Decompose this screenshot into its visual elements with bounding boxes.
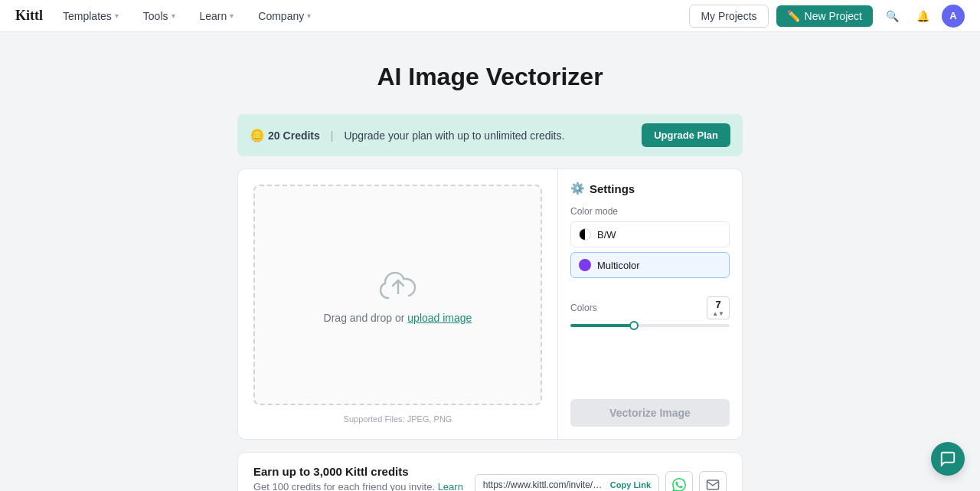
nav-templates[interactable]: Templates ▾ xyxy=(58,7,123,25)
nav-company[interactable]: Company ▾ xyxy=(253,7,315,25)
nav-tools-label: Tools xyxy=(143,10,168,22)
nav-templates-label: Templates xyxy=(63,10,112,22)
colors-row: Colors 7 ▲▼ xyxy=(570,296,730,319)
chevron-down-icon: ▾ xyxy=(172,11,175,20)
supported-files-text: Supported Files: JPEG, PNG xyxy=(344,414,452,424)
copy-link-button[interactable]: Copy Link xyxy=(610,480,651,489)
bottom-left: Earn up to 3,000 Kittl credits Get 100 c… xyxy=(253,465,475,491)
invite-url: https://www.kittl.com/invite/alecwu xyxy=(483,480,606,490)
color-mode-section: Color mode B/W Multicolor xyxy=(570,206,730,283)
chat-fab-button[interactable] xyxy=(931,442,965,476)
upload-link[interactable]: upload image xyxy=(407,312,472,324)
color-mode-label: Color mode xyxy=(570,206,730,217)
avatar[interactable]: A xyxy=(942,5,965,28)
colors-arrows[interactable]: ▲▼ xyxy=(712,310,724,317)
my-projects-button[interactable]: My Projects xyxy=(689,5,768,28)
upload-dropzone[interactable]: Drag and drop or upload image xyxy=(253,185,542,405)
bottom-title: Earn up to 3,000 Kittl credits xyxy=(253,465,475,478)
chevron-down-icon: ▾ xyxy=(115,11,119,20)
page-title: AI Image Vectorizer xyxy=(237,63,743,91)
bottom-sub: Get 100 credits for each friend you invi… xyxy=(253,481,475,491)
credits-count: 20 xyxy=(268,129,280,142)
colors-slider-track[interactable] xyxy=(570,324,730,327)
bw-icon xyxy=(579,228,591,241)
multicolor-mode-option[interactable]: Multicolor xyxy=(570,252,730,278)
credits-badge: 🪙 20 Credits xyxy=(250,128,320,142)
bottom-right: https://www.kittl.com/invite/alecwu Copy… xyxy=(475,471,727,492)
search-button[interactable]: 🔍 xyxy=(880,5,903,28)
settings-title: ⚙️ Settings xyxy=(570,182,730,195)
colors-slider-thumb[interactable] xyxy=(629,321,639,330)
credits-info: 🪙 20 Credits | Upgrade your plan with up… xyxy=(250,128,564,142)
colors-section: Colors 7 ▲▼ xyxy=(570,293,730,327)
navbar-right: My Projects ✏️ New Project 🔍 🔔 A xyxy=(689,5,965,28)
chevron-down-icon: ▾ xyxy=(307,11,311,20)
upload-panel: Drag and drop or upload image Supported … xyxy=(238,169,558,439)
settings-title-text: Settings xyxy=(590,182,635,195)
bottom-banner: Earn up to 3,000 Kittl credits Get 100 c… xyxy=(237,452,743,491)
credits-label: Credits xyxy=(283,129,320,142)
upgrade-plan-button[interactable]: Upgrade Plan xyxy=(642,123,730,147)
invite-link-box: https://www.kittl.com/invite/alecwu Copy… xyxy=(475,474,659,492)
credits-icon: 🪙 xyxy=(250,128,265,142)
nav-company-label: Company xyxy=(258,10,304,22)
tool-area: Drag and drop or upload image Supported … xyxy=(237,169,743,440)
credits-banner: 🪙 20 Credits | Upgrade your plan with up… xyxy=(237,114,743,156)
vectorize-button[interactable]: Vectorize Image xyxy=(570,399,730,427)
upload-icon xyxy=(375,267,421,312)
colors-value: 7 xyxy=(715,299,720,310)
colors-stepper[interactable]: 7 ▲▼ xyxy=(707,296,730,319)
whatsapp-share-button[interactable] xyxy=(665,471,693,492)
upload-text: Drag and drop or upload image xyxy=(324,312,472,324)
credits-message: Upgrade your plan with up to unlimited c… xyxy=(344,129,564,142)
bw-mode-option[interactable]: B/W xyxy=(570,221,730,247)
new-project-icon: ✏️ xyxy=(787,10,800,22)
settings-icon: ⚙️ xyxy=(570,182,585,195)
bw-label: B/W xyxy=(597,229,616,241)
settings-panel: ⚙️ Settings Color mode B/W Multicolor Co… xyxy=(558,169,742,439)
notifications-button[interactable]: 🔔 xyxy=(911,5,934,28)
chevron-down-icon: ▾ xyxy=(230,11,234,20)
email-share-button[interactable] xyxy=(699,471,727,492)
colors-slider-fill xyxy=(570,324,634,327)
divider: | xyxy=(331,129,334,142)
colors-label: Colors xyxy=(570,303,597,313)
main-content: AI Image Vectorizer 🪙 20 Credits | Upgra… xyxy=(222,32,758,491)
new-project-label: New Project xyxy=(805,10,862,22)
nav-learn-label: Learn xyxy=(200,10,227,22)
multicolor-label: Multicolor xyxy=(597,260,640,271)
nav-tools[interactable]: Tools ▾ xyxy=(139,7,180,25)
navbar: Kittl Templates ▾ Tools ▾ Learn ▾ Compan… xyxy=(0,0,980,32)
logo[interactable]: Kittl xyxy=(15,8,43,24)
nav-learn[interactable]: Learn ▾ xyxy=(195,7,239,25)
multicolor-icon xyxy=(579,259,591,271)
navbar-left: Kittl Templates ▾ Tools ▾ Learn ▾ Compan… xyxy=(15,7,315,25)
new-project-button[interactable]: ✏️ New Project xyxy=(776,5,873,27)
